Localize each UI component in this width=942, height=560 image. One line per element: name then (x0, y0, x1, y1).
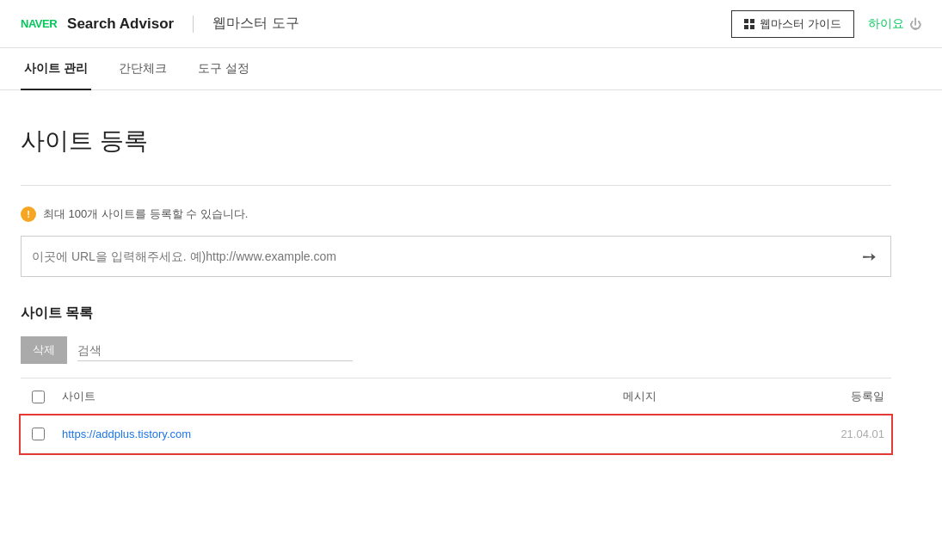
row-date-cell: 21.04.01 (788, 415, 891, 453)
url-input-area[interactable]: ➙ (21, 236, 891, 277)
search-input-wrap (77, 340, 353, 361)
header-checkbox-wrap[interactable] (28, 391, 48, 403)
guide-button-label: 웹마스터 가이드 (760, 16, 841, 32)
header-right: 웹마스터 가이드 하이요 ⏻ (731, 10, 921, 38)
notice-text: 최대 100개 사이트를 등록할 수 있습니다. (43, 206, 248, 222)
table-row: https://addplus.tistory.com 21.04.01 (21, 415, 891, 453)
main-content: 사이트 등록 ! 최대 100개 사이트를 등록할 수 있습니다. ➙ 사이트 … (0, 90, 912, 474)
tab-site-management[interactable]: 사이트 관리 (21, 49, 91, 90)
delete-button[interactable]: 삭제 (21, 336, 67, 364)
col-header-checkbox (21, 378, 55, 415)
col-header-site: 사이트 (55, 378, 616, 415)
info-notice: ! 최대 100개 사이트를 등록할 수 있습니다. (21, 206, 891, 222)
section-title: 사이트 목록 (21, 305, 891, 323)
row-checkbox[interactable] (32, 428, 45, 440)
tab-tool-settings[interactable]: 도구 설정 (194, 49, 253, 90)
row-message-cell (616, 415, 788, 453)
page-title: 사이트 등록 (21, 125, 891, 157)
webmaster-guide-button[interactable]: 웹마스터 가이드 (731, 10, 854, 38)
grid-icon (744, 19, 754, 29)
header: NAVER Search Advisor 웹마스터 도구 웹마스터 가이드 하이… (0, 0, 942, 48)
user-area: 하이요 ⏻ (868, 16, 921, 32)
tab-quick-check[interactable]: 간단체크 (115, 49, 170, 90)
header-checkbox[interactable] (32, 391, 45, 403)
divider (21, 185, 891, 186)
url-input[interactable] (32, 249, 859, 263)
nav-tabs: 사이트 관리 간단체크 도구 설정 (0, 48, 942, 90)
row-site-cell: https://addplus.tistory.com (55, 415, 616, 453)
col-header-date: 등록일 (788, 378, 891, 415)
row-date: 21.04.01 (840, 428, 884, 440)
row-checkbox-cell[interactable] (21, 415, 55, 453)
url-submit-button[interactable]: ➙ (859, 246, 880, 267)
naver-logo: NAVER (21, 17, 57, 30)
site-table: 사이트 메시지 등록일 https://addplus.tistory.com … (21, 378, 891, 453)
power-icon[interactable]: ⏻ (909, 17, 921, 31)
table-header-row: 사이트 메시지 등록일 (21, 378, 891, 415)
site-link[interactable]: https://addplus.tistory.com (62, 428, 191, 440)
logo-area: NAVER Search Advisor 웹마스터 도구 (21, 15, 299, 33)
list-toolbar: 삭제 (21, 336, 891, 364)
header-divider (193, 15, 194, 33)
app-title: Search Advisor (67, 15, 174, 33)
header-subtitle: 웹마스터 도구 (212, 15, 299, 33)
col-header-message: 메시지 (616, 378, 788, 415)
row-checkbox-wrap[interactable] (28, 428, 48, 440)
user-name: 하이요 (868, 16, 904, 32)
search-input[interactable] (77, 340, 353, 360)
info-icon: ! (21, 206, 36, 222)
url-submit-icon: ➙ (862, 247, 877, 266)
